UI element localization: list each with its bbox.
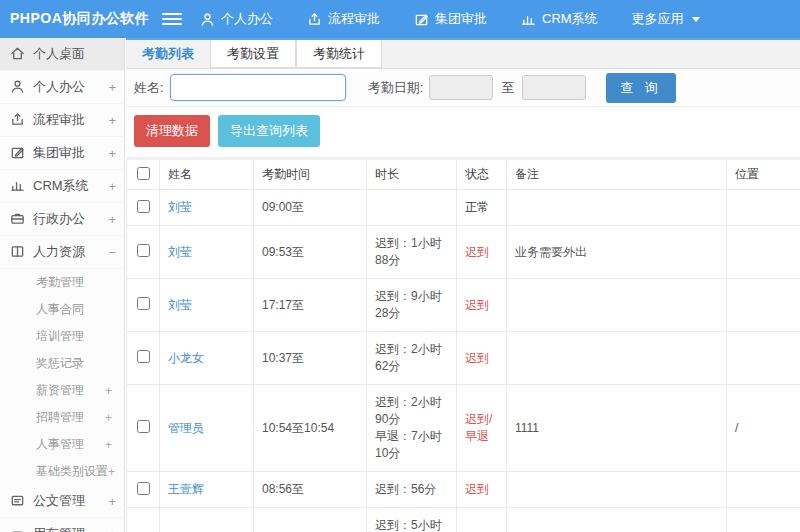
sidebar-item-1[interactable]: 个人办公+ bbox=[0, 71, 124, 104]
table-row: 王壹辉08:56至迟到：56分迟到 bbox=[127, 472, 800, 508]
nav-item-label: 个人办公 bbox=[221, 10, 273, 28]
sidebar-subitem-label: 人事合同 bbox=[36, 301, 112, 318]
sidebar-item-3[interactable]: 集团审批+ bbox=[0, 137, 124, 170]
cell-location: / bbox=[727, 508, 800, 532]
sidebar-item-label: 集团审批 bbox=[33, 144, 108, 162]
col-header-name: 姓名 bbox=[160, 159, 254, 190]
expand-icon[interactable]: + bbox=[108, 179, 116, 194]
cell-attendance-time: 17:17至 bbox=[254, 279, 367, 332]
duration-line: 早退：7小时10分 bbox=[375, 428, 448, 462]
expand-icon[interactable]: + bbox=[108, 113, 116, 128]
sidebar-subitem-6[interactable]: 人事管理+ bbox=[0, 431, 124, 458]
cell-attendance-time: 09:53至 bbox=[254, 226, 367, 279]
row-checkbox[interactable] bbox=[137, 482, 150, 495]
nav-item-4[interactable]: 更多应用 bbox=[632, 10, 700, 28]
employee-name-link[interactable]: 管理员 bbox=[168, 421, 204, 435]
nav-item-3[interactable]: CRM系统 bbox=[521, 10, 598, 28]
sidebar-item-6[interactable]: 人力资源− bbox=[0, 236, 124, 269]
expand-icon[interactable]: + bbox=[105, 384, 112, 398]
expand-icon[interactable]: + bbox=[108, 146, 116, 161]
sidebar-item-label: 个人桌面 bbox=[33, 45, 116, 63]
expand-icon[interactable]: + bbox=[108, 494, 116, 509]
sidebar-subitem-1[interactable]: 人事合同 bbox=[0, 296, 124, 323]
select-all-cell bbox=[127, 159, 160, 190]
nav-item-1[interactable]: 流程审批 bbox=[307, 10, 380, 28]
sidebar-subitem-7[interactable]: 基础类别设置+ bbox=[0, 458, 124, 485]
cell-duration: 迟到：56分 bbox=[367, 472, 457, 508]
sidebar-item-2[interactable]: 流程审批+ bbox=[0, 104, 124, 137]
name-input[interactable] bbox=[170, 74, 346, 101]
query-button[interactable]: 查 询 bbox=[606, 73, 676, 103]
table-row: 刘莹09:53至迟到：1小时88分迟到业务需要外出 bbox=[127, 226, 800, 279]
expand-icon[interactable]: + bbox=[108, 527, 116, 532]
date-to-input[interactable] bbox=[522, 75, 586, 100]
expand-icon[interactable]: + bbox=[108, 80, 116, 95]
collapse-icon[interactable]: − bbox=[108, 245, 116, 260]
tab-0[interactable]: 考勤列表 bbox=[126, 40, 210, 68]
employee-name-link[interactable]: 刘莹 bbox=[168, 298, 192, 312]
expand-icon[interactable]: + bbox=[108, 212, 116, 227]
row-checkbox[interactable] bbox=[137, 420, 150, 433]
row-checkbox[interactable] bbox=[137, 200, 150, 213]
row-select-cell bbox=[127, 472, 160, 508]
table-row: 管理员10:54至10:54迟到：2小时90分早退：7小时10分迟到/早退111… bbox=[127, 385, 800, 472]
sidebar-subitem-2[interactable]: 培训管理 bbox=[0, 323, 124, 350]
employee-name-link[interactable]: 小龙女 bbox=[168, 351, 204, 365]
cell-location bbox=[727, 279, 800, 332]
export-list-button[interactable]: 导出查询列表 bbox=[218, 115, 320, 147]
user-icon bbox=[200, 12, 215, 27]
row-checkbox[interactable] bbox=[137, 244, 150, 257]
sidebar-subitem-5[interactable]: 招聘管理+ bbox=[0, 404, 124, 431]
select-all-checkbox[interactable] bbox=[137, 167, 150, 180]
cell-location bbox=[727, 472, 800, 508]
sidebar-item-label: 用车管理 bbox=[33, 525, 108, 532]
duration-line: 迟到：2小时62分 bbox=[375, 341, 448, 375]
expand-icon[interactable]: + bbox=[105, 438, 112, 452]
tab-2[interactable]: 考勤统计 bbox=[296, 40, 382, 68]
name-label: 姓名: bbox=[134, 79, 164, 97]
tab-1[interactable]: 考勤设置 bbox=[210, 40, 296, 68]
duration-line: 迟到：9小时28分 bbox=[375, 288, 448, 322]
caret-down-icon bbox=[692, 17, 700, 22]
row-checkbox[interactable] bbox=[137, 297, 150, 310]
nav-item-0[interactable]: 个人办公 bbox=[200, 10, 273, 28]
sidebar-subitem-4[interactable]: 薪资管理+ bbox=[0, 377, 124, 404]
date-label: 考勤日期: bbox=[368, 79, 424, 97]
row-select-cell bbox=[127, 190, 160, 226]
sidebar-subitem-3[interactable]: 奖惩记录 bbox=[0, 350, 124, 377]
menu-icon[interactable] bbox=[162, 13, 182, 25]
employee-name-link[interactable]: 王壹辉 bbox=[168, 482, 204, 496]
expand-icon[interactable]: + bbox=[108, 465, 115, 479]
sidebar-item-4[interactable]: CRM系统+ bbox=[0, 170, 124, 203]
share-icon bbox=[307, 12, 322, 27]
sidebar-item-0[interactable]: 个人桌面 bbox=[0, 38, 124, 71]
nav-item-2[interactable]: 集团审批 bbox=[414, 10, 487, 28]
cell-note: 业务需要外出 bbox=[507, 226, 727, 279]
app-logo: PHPOA协同办公软件 bbox=[0, 10, 150, 28]
employee-name-link[interactable]: 刘莹 bbox=[168, 245, 192, 259]
employee-name-link[interactable]: 刘莹 bbox=[168, 200, 192, 214]
cell-duration bbox=[367, 190, 457, 226]
app-window: PHPOA协同办公软件 个人办公流程审批集团审批CRM系统更多应用 个人桌面个人… bbox=[0, 0, 800, 532]
sidebar-item-8[interactable]: 用车管理+ bbox=[0, 518, 124, 532]
sidebar-subitem-0[interactable]: 考勤管理 bbox=[0, 269, 124, 296]
nav-item-label: CRM系统 bbox=[542, 10, 598, 28]
sidebar-subitem-label: 奖惩记录 bbox=[36, 355, 112, 372]
cell-attendance-time: 10:37至 bbox=[254, 332, 367, 385]
sidebar-submenu: 考勤管理人事合同培训管理奖惩记录薪资管理+招聘管理+人事管理+基础类别设置+ bbox=[0, 269, 124, 485]
cell-note bbox=[507, 279, 727, 332]
row-checkbox[interactable] bbox=[137, 350, 150, 363]
sidebar-item-7[interactable]: 公文管理+ bbox=[0, 485, 124, 518]
cell-status: 迟到/早退 bbox=[457, 385, 507, 472]
cell-status: 正常 bbox=[457, 190, 507, 226]
attendance-table: 姓名 考勤时间 时长 状态 备注 位置 刘莹09:00至正常刘莹09:53至迟到… bbox=[126, 157, 800, 532]
col-header-location: 位置 bbox=[727, 159, 800, 190]
expand-icon[interactable]: + bbox=[105, 411, 112, 425]
sidebar-item-5[interactable]: 行政办公+ bbox=[0, 203, 124, 236]
date-from-input[interactable] bbox=[429, 75, 493, 100]
row-select-cell bbox=[127, 279, 160, 332]
duration-line: 迟到：5小时33分 bbox=[375, 517, 448, 532]
cell-note bbox=[507, 508, 727, 532]
clean-data-button[interactable]: 清理数据 bbox=[134, 115, 210, 147]
cell-location bbox=[727, 190, 800, 226]
